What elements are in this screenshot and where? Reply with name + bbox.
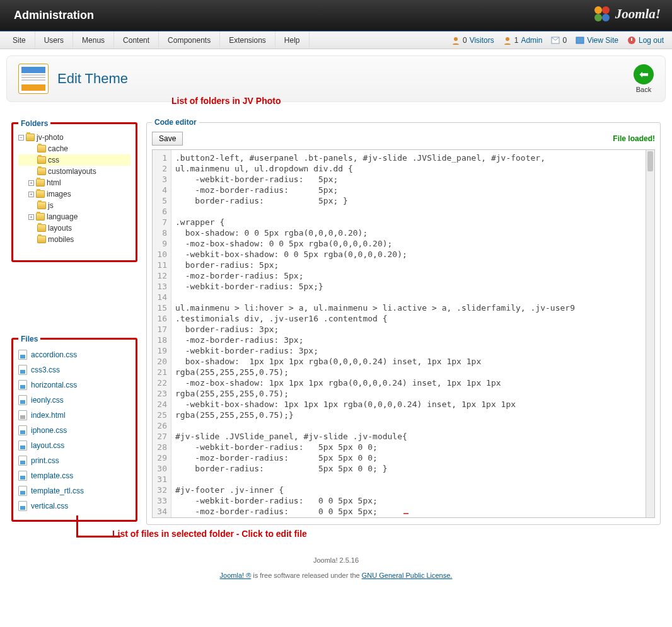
status-logout[interactable]: Log out (623, 32, 668, 49)
svg-point-4 (454, 37, 458, 41)
file-item[interactable]: print.css (18, 453, 130, 468)
window-icon (576, 37, 584, 44)
annotation-files: List of files in selected folder - Click… (112, 529, 661, 539)
file-item[interactable]: template_rtl.css (18, 483, 130, 498)
line-gutter: 1234567891011121314151617181920212223242… (153, 150, 171, 517)
tree-item-css[interactable]: css (18, 154, 130, 166)
menu-help[interactable]: Help (275, 32, 310, 49)
tree-item-images[interactable]: + images (18, 188, 130, 200)
menu-components[interactable]: Components (159, 32, 220, 49)
svg-point-0 (594, 6, 602, 14)
code-editor[interactable]: 1234567891011121314151617181920212223242… (152, 149, 655, 518)
main-content: Folders − jv-photo cache css customlayou… (0, 112, 672, 551)
file-item[interactable]: css3.css (18, 362, 130, 377)
code-area[interactable]: .button2-left, #userpanel .bt-panels, #j… (171, 150, 654, 517)
file-icon (18, 425, 27, 435)
joomla-icon (593, 4, 611, 23)
resize-marker (403, 513, 408, 514)
svg-point-5 (506, 37, 509, 41)
page-title: Edit Theme (57, 71, 128, 87)
menu-menus[interactable]: Menus (73, 32, 114, 49)
file-icon (18, 471, 27, 481)
menu-content[interactable]: Content (114, 32, 159, 49)
footer-brand-link[interactable]: Joomla! ® (220, 572, 252, 579)
file-item[interactable]: vertical.css (18, 498, 130, 514)
editor-panel: Code editor Save File loaded! 1234567891… (146, 122, 661, 525)
file-item[interactable]: ieonly.css (18, 393, 130, 408)
tree-item-cache[interactable]: cache (18, 143, 130, 154)
tree-item-html[interactable]: + html (18, 177, 130, 188)
status-visitors[interactable]: 0Visitors (447, 32, 499, 49)
back-arrow-icon: ⬅ (634, 64, 654, 84)
version-text: Joomla! 2.5.16 (0, 556, 672, 564)
file-item[interactable]: index.html (18, 408, 130, 423)
tree-item-layouts[interactable]: layouts (18, 222, 130, 234)
user-icon (503, 36, 512, 45)
theme-icon (18, 64, 49, 94)
header: Administration Joomla! (0, 0, 672, 31)
file-icon (18, 486, 27, 496)
file-item[interactable]: iphone.css (18, 423, 130, 438)
toolbar: Edit Theme ⬅ Back (6, 55, 666, 102)
user-icon (451, 36, 460, 45)
tree-item-language[interactable]: + language (18, 211, 130, 222)
file-icon (18, 365, 27, 375)
tree-item-js[interactable]: js (18, 200, 130, 211)
file-icon (18, 456, 27, 466)
status-messages[interactable]: 0 (547, 32, 571, 49)
file-icon (18, 350, 27, 360)
svg-rect-7 (576, 37, 584, 43)
folders-panel: Folders − jv-photo cache css customlayou… (11, 122, 137, 262)
tree-root[interactable]: − jv-photo (18, 132, 130, 143)
menu-extensions[interactable]: Extensions (220, 32, 275, 49)
tree-item-customlayouts[interactable]: customlayouts (18, 166, 130, 177)
tree-item-mobiles[interactable]: mobiles (18, 234, 130, 245)
annotation-line (76, 515, 120, 538)
footer: Joomla! 2.5.16 Joomla! ® is free softwar… (0, 551, 672, 584)
file-item[interactable]: layout.css (18, 438, 130, 453)
scrollbar-thumb[interactable] (647, 151, 653, 171)
svg-point-3 (602, 14, 610, 21)
brand-logo: Joomla! (593, 4, 661, 23)
mail-icon (551, 37, 560, 44)
menubar: Site Users Menus Content Components Exte… (0, 31, 672, 49)
save-button[interactable]: Save (152, 132, 183, 146)
status-viewsite[interactable]: View Site (571, 32, 623, 49)
logout-icon (627, 36, 636, 45)
file-icon (18, 380, 27, 390)
file-icon (18, 440, 27, 451)
svg-rect-9 (631, 38, 632, 41)
svg-point-2 (594, 14, 602, 21)
editor-status: File loaded! (613, 134, 655, 143)
status-admin[interactable]: 1Admin (499, 32, 547, 49)
files-panel: Files accordion.csscss3.csshorizontal.cs… (11, 338, 137, 522)
file-icon (18, 501, 27, 511)
file-item[interactable]: template.css (18, 468, 130, 483)
admin-title: Administration (14, 9, 94, 22)
svg-point-1 (602, 6, 610, 14)
file-icon (18, 410, 27, 420)
scrollbar[interactable] (646, 150, 654, 517)
file-icon (18, 395, 27, 405)
menu-site[interactable]: Site (4, 32, 35, 49)
menu-users[interactable]: Users (35, 32, 73, 49)
annotation-folders: List of folders in JV Photo (171, 96, 672, 106)
file-item[interactable]: accordion.css (18, 347, 130, 362)
back-button[interactable]: ⬅ Back (634, 64, 654, 93)
license-link[interactable]: GNU General Public License. (362, 572, 453, 579)
file-item[interactable]: horizontal.css (18, 377, 130, 393)
